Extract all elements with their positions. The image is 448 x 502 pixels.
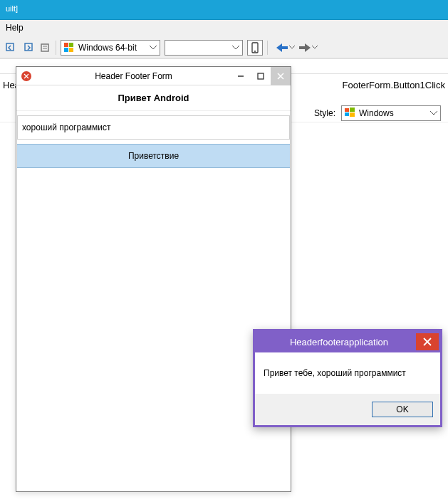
menu-help[interactable]: Help <box>6 23 24 33</box>
platform-selector[interactable]: Windows 64-bit <box>61 40 160 56</box>
greet-button-label: Приветствие <box>128 151 179 161</box>
svg-rect-2 <box>41 44 48 51</box>
menu-bar: Help <box>0 20 448 37</box>
style-selector[interactable]: Windows <box>341 105 441 121</box>
style-label: Style: <box>314 108 335 118</box>
svg-rect-7 <box>64 48 68 52</box>
ide-titlebar: uilt] <box>0 0 448 20</box>
title-fragment: uilt] <box>6 4 18 13</box>
device-button[interactable] <box>247 40 263 56</box>
nav-back-button[interactable] <box>276 43 295 52</box>
msgbox-text: Привет тебе, хороший программист <box>255 352 440 394</box>
svg-rect-6 <box>69 43 73 47</box>
svg-rect-14 <box>350 113 355 117</box>
app-body: Приветствие <box>16 111 291 168</box>
platform-label: Windows 64-bit <box>78 43 137 53</box>
toolbar-btn-3[interactable] <box>38 41 51 54</box>
nav-forward-button[interactable] <box>299 43 318 52</box>
ok-button[interactable]: OK <box>372 402 433 417</box>
separator <box>267 41 268 55</box>
form-designer-grid <box>1 225 14 502</box>
chevron-down-icon <box>232 46 239 50</box>
svg-rect-8 <box>69 48 73 52</box>
message-box: Headerfooterapplication Привет тебе, хор… <box>253 329 442 427</box>
app-header-label: Привет Android <box>16 85 291 111</box>
msgbox-footer: OK <box>255 394 440 425</box>
svg-point-10 <box>254 51 256 52</box>
svg-rect-17 <box>258 73 264 79</box>
svg-rect-13 <box>345 113 349 116</box>
msgbox-close-button[interactable] <box>416 333 439 350</box>
app-titlebar[interactable]: Header Footer Form <box>16 67 291 85</box>
msgbox-titlebar[interactable]: Headerfooterapplication <box>255 331 440 352</box>
msgbox-title: Headerfooterapplication <box>262 337 416 347</box>
svg-rect-11 <box>345 108 349 112</box>
separator <box>56 41 56 55</box>
minimize-button[interactable] <box>231 67 251 85</box>
close-button[interactable] <box>271 67 291 85</box>
tab-method-name: FooterForm.Button1Click <box>343 80 446 90</box>
style-value: Windows <box>359 108 394 118</box>
main-toolbar: Windows 64-bit <box>0 37 448 58</box>
name-input[interactable] <box>17 115 290 140</box>
windows-logo-icon <box>345 107 355 119</box>
greet-button[interactable]: Приветствие <box>17 144 290 168</box>
toolbar-btn-1[interactable] <box>4 41 17 54</box>
config-selector[interactable] <box>165 40 243 56</box>
app-window: Header Footer Form Привет Android Привет… <box>16 66 291 492</box>
ok-button-label: OK <box>396 404 408 414</box>
nav-arrows <box>276 43 318 52</box>
svg-rect-12 <box>350 108 355 112</box>
app-icon <box>21 70 32 82</box>
maximize-button[interactable] <box>251 67 271 85</box>
svg-rect-5 <box>64 43 68 47</box>
chevron-down-icon <box>430 111 437 115</box>
windows-flag-icon <box>64 43 74 53</box>
toolbar-btn-2[interactable] <box>21 41 34 54</box>
app-window-title: Header Footer Form <box>36 71 231 81</box>
chevron-down-icon <box>150 46 157 50</box>
